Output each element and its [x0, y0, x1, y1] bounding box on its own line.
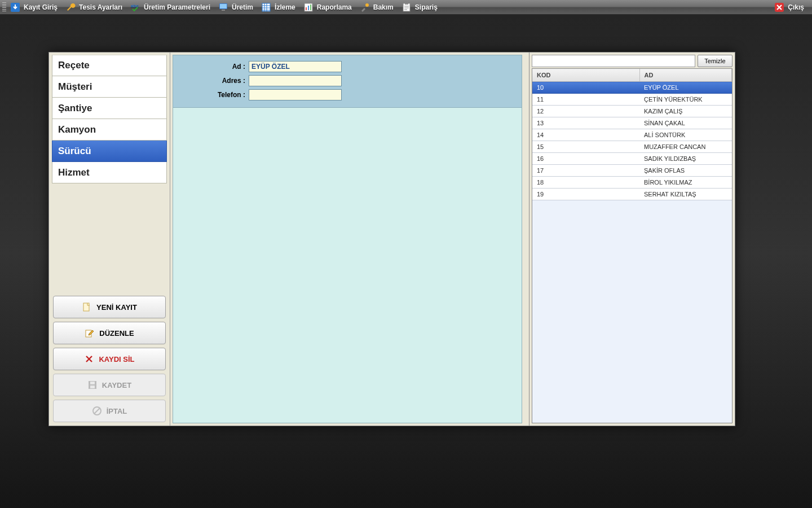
- table-row[interactable]: 18BİROL YIKILMAZ: [532, 177, 732, 189]
- svg-rect-14: [83, 303, 89, 311]
- grid-col-kod[interactable]: KOD: [532, 69, 639, 82]
- nav-item-surucu[interactable]: Sürücü: [52, 141, 167, 162]
- cell-ad: KAZIM ÇALIŞ: [639, 106, 732, 117]
- delete-x-icon: [84, 354, 94, 364]
- monitor-icon: [218, 2, 228, 12]
- records-grid[interactable]: KOD AD 10EYÜP ÖZEL11ÇETİN YÜREKTÜRK12KAZ…: [532, 68, 732, 423]
- svg-rect-3: [220, 4, 227, 8]
- tools-icon: [360, 2, 370, 12]
- svg-rect-9: [310, 5, 311, 10]
- close-x-icon: [774, 2, 784, 12]
- cell-ad: ALİ SONTÜRK: [639, 129, 732, 141]
- table-row[interactable]: 14ALİ SONTÜRK: [532, 129, 732, 141]
- nav-item-santiye[interactable]: Şantiye: [52, 98, 167, 119]
- category-nav: ReçeteMüşteriŞantiyeKamyonSürücüHizmet Y…: [49, 52, 170, 426]
- grid-header-row: KOD AD: [532, 69, 732, 82]
- nav-item-hizmet[interactable]: Hizmet: [52, 162, 167, 183]
- svg-rect-11: [403, 3, 410, 11]
- form-container: Ad : Adres : Telefon :: [173, 55, 522, 423]
- abc-check-icon: abc: [130, 2, 140, 12]
- cell-ad: MUZAFFER CANCAN: [639, 141, 732, 153]
- nav-item-recete[interactable]: Reçete: [52, 55, 167, 76]
- svg-point-10: [365, 3, 369, 7]
- toolbar-item-label: İzleme: [275, 3, 295, 11]
- new-record-button[interactable]: YENİ KAYIT: [53, 296, 166, 318]
- cell-ad: BİROL YIKILMAZ: [639, 177, 732, 189]
- toolbar-item-kayit-giris[interactable]: Kayıt Giriş: [8, 1, 63, 14]
- svg-rect-17: [90, 382, 95, 384]
- table-row[interactable]: 10EYÜP ÖZEL: [532, 82, 732, 94]
- edit-record-button[interactable]: DÜZENLE: [53, 322, 166, 344]
- search-input[interactable]: [532, 55, 695, 67]
- toolbar-item-label: Bakım: [373, 3, 394, 11]
- cell-ad: SERHAT KIZILTAŞ: [639, 189, 732, 200]
- table-row[interactable]: 15MUZAFFER CANCAN: [532, 141, 732, 153]
- toolbar-item-tesis-ayarlari[interactable]: Tesis Ayarları: [63, 1, 128, 14]
- svg-rect-4: [222, 10, 225, 11]
- cancel-record-label: İPTAL: [107, 407, 127, 415]
- records-list-panel: Temizle KOD AD 10EYÜP ÖZEL11ÇETİN YÜREKT…: [529, 52, 735, 426]
- form-header: Ad : Adres : Telefon :: [173, 55, 522, 108]
- main-toolbar: Kayıt Giriş Tesis Ayarları abc Üretim Pa…: [0, 0, 812, 15]
- table-row[interactable]: 16SADIK YILDIZBAŞ: [532, 153, 732, 165]
- toolbar-item-label: Üretim: [232, 3, 253, 11]
- form-panel: Ad : Adres : Telefon :: [170, 52, 529, 426]
- adres-field[interactable]: [249, 75, 342, 86]
- svg-rect-7: [306, 7, 307, 10]
- clipboard-icon: [401, 2, 412, 12]
- toolbar-item-label: Tesis Ayarları: [79, 3, 122, 11]
- save-record-label: KAYDET: [102, 381, 131, 389]
- toolbar-item-uretim-parametreleri[interactable]: abc Üretim Parametreleri: [128, 1, 216, 14]
- toolbar-item-bakim[interactable]: Bakım: [358, 1, 399, 14]
- nav-item-musteri[interactable]: Müşteri: [52, 76, 167, 98]
- nav-item-kamyon[interactable]: Kamyon: [52, 119, 167, 141]
- field-label-ad: Ad :: [181, 63, 249, 71]
- table-row[interactable]: 13SİNAN ÇAKAL: [532, 117, 732, 129]
- toolbar-item-label: Çıkış: [788, 3, 804, 11]
- save-record-button: KAYDET: [53, 374, 166, 396]
- svg-rect-8: [308, 6, 309, 10]
- cell-kod: 12: [532, 106, 639, 117]
- cell-kod: 18: [532, 177, 639, 189]
- delete-record-button[interactable]: KAYDI SİL: [53, 348, 166, 370]
- cancel-record-button: İPTAL: [53, 400, 166, 422]
- ad-field[interactable]: [249, 61, 342, 72]
- toolbar-item-label: Üretim Parametreleri: [144, 3, 210, 11]
- cell-kod: 11: [532, 94, 639, 106]
- table-row[interactable]: 12KAZIM ÇALIŞ: [532, 106, 732, 117]
- arrow-down-box-icon: [10, 2, 20, 12]
- table-row[interactable]: 19SERHAT KIZILTAŞ: [532, 189, 732, 200]
- cell-ad: SADIK YILDIZBAŞ: [639, 153, 732, 165]
- no-entry-icon: [92, 406, 102, 416]
- new-record-label: YENİ KAYIT: [96, 303, 137, 312]
- cell-kod: 16: [532, 153, 639, 165]
- table-row[interactable]: 17ŞAKİR OFLAS: [532, 165, 732, 177]
- cell-ad: EYÜP ÖZEL: [639, 82, 732, 94]
- cell-kod: 13: [532, 117, 639, 129]
- cell-kod: 17: [532, 165, 639, 177]
- cell-ad: ÇETİN YÜREKTÜRK: [639, 94, 732, 106]
- wrench-icon: [65, 2, 76, 12]
- table-row[interactable]: 11ÇETİN YÜREKTÜRK: [532, 94, 732, 106]
- toolbar-item-izleme[interactable]: İzleme: [259, 1, 301, 14]
- records-window: ReçeteMüşteriŞantiyeKamyonSürücüHizmet Y…: [48, 52, 735, 426]
- clear-search-button[interactable]: Temizle: [698, 55, 732, 67]
- form-body-empty: [173, 108, 522, 423]
- toolbar-grip: [2, 2, 6, 12]
- toolbar-item-label: Raporlama: [317, 3, 352, 11]
- svg-rect-12: [405, 3, 408, 5]
- cell-kod: 19: [532, 189, 639, 200]
- svg-rect-18: [90, 386, 95, 388]
- grid-col-ad[interactable]: AD: [639, 69, 732, 82]
- field-label-telefon: Telefon :: [181, 91, 249, 99]
- delete-record-label: KAYDI SİL: [99, 355, 134, 364]
- field-label-adres: Adres :: [181, 77, 249, 85]
- telefon-field[interactable]: [249, 89, 342, 100]
- edit-record-label: DÜZENLE: [99, 329, 134, 338]
- toolbar-item-siparis[interactable]: Sipariş: [399, 1, 443, 14]
- new-document-icon: [82, 302, 92, 312]
- toolbar-item-raporlama[interactable]: Raporlama: [301, 1, 358, 14]
- cell-kod: 10: [532, 82, 639, 94]
- toolbar-item-uretim[interactable]: Üretim: [216, 1, 259, 14]
- toolbar-exit-button[interactable]: Çıkış: [772, 1, 810, 14]
